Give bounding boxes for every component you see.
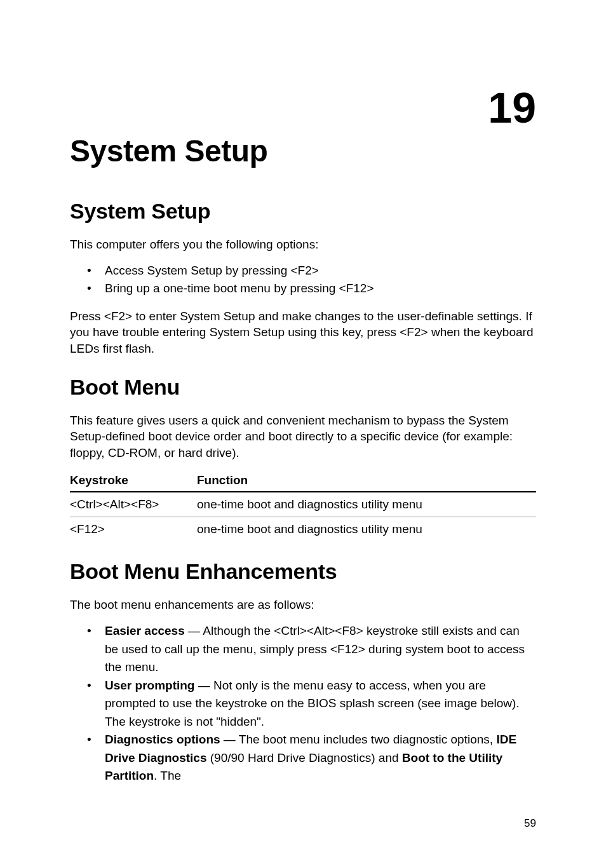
chapter-number: 19 xyxy=(488,83,536,132)
item-text-pre: — The boot menu includes two diagnostic … xyxy=(220,733,497,746)
keystroke-table: Keystroke Function <Ctrl><Alt><F8> one-t… xyxy=(70,470,536,541)
list-item: Bring up a one-time boot menu by pressin… xyxy=(105,280,536,298)
item-label: Diagnostics options xyxy=(105,733,220,746)
list-item: Easier access — Although the <Ctrl><Alt>… xyxy=(105,622,536,677)
cell-keystroke: <Ctrl><Alt><F8> xyxy=(70,492,197,517)
section-boot-menu: Boot Menu This feature gives users a qui… xyxy=(70,375,536,542)
header-function: Function xyxy=(197,470,536,492)
section-boot-menu-enhancements: Boot Menu Enhancements The boot menu enh… xyxy=(70,559,536,785)
section-title-boot-menu: Boot Menu xyxy=(70,375,536,400)
system-setup-bullets: Access System Setup by pressing <F2> Bri… xyxy=(70,262,536,298)
section-title-system-setup: System Setup xyxy=(70,199,536,224)
page-number: 59 xyxy=(524,817,536,830)
item-label: Easier access xyxy=(105,624,185,637)
item-text-post: . The xyxy=(154,769,181,782)
table-header-row: Keystroke Function xyxy=(70,470,536,492)
system-setup-post: Press <F2> to enter System Setup and mak… xyxy=(70,308,536,357)
list-item: Diagnostics options — The boot menu incl… xyxy=(105,731,536,785)
section-title-enhancements: Boot Menu Enhancements xyxy=(70,559,536,584)
enhancements-intro: The boot menu enhancements are as follow… xyxy=(70,597,536,613)
chapter-title: System Setup xyxy=(70,133,536,168)
table-row: <Ctrl><Alt><F8> one-time boot and diagno… xyxy=(70,492,536,517)
section-system-setup: System Setup This computer offers you th… xyxy=(70,199,536,357)
boot-menu-intro: This feature gives users a quick and con… xyxy=(70,412,536,461)
cell-keystroke: <F12> xyxy=(70,517,197,542)
item-label: User prompting xyxy=(105,679,194,692)
table-row: <F12> one-time boot and diagnostics util… xyxy=(70,517,536,542)
header-keystroke: Keystroke xyxy=(70,470,197,492)
system-setup-intro: This computer offers you the following o… xyxy=(70,236,536,253)
list-item: Access System Setup by pressing <F2> xyxy=(105,262,536,280)
list-item: User prompting — Not only is the menu ea… xyxy=(105,677,536,731)
enhancements-list: Easier access — Although the <Ctrl><Alt>… xyxy=(70,622,536,785)
cell-function: one-time boot and diagnostics utility me… xyxy=(197,517,536,542)
item-text-mid: (90/90 Hard Drive Diagnostics) and xyxy=(207,751,402,764)
cell-function: one-time boot and diagnostics utility me… xyxy=(197,492,536,517)
